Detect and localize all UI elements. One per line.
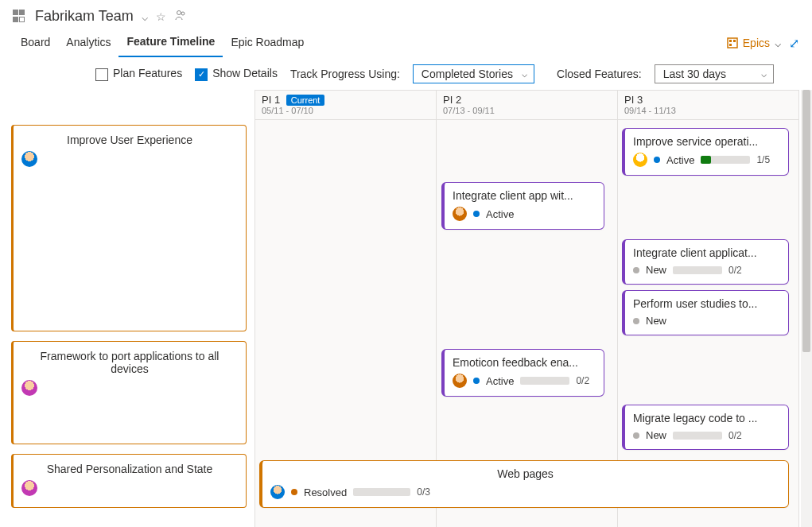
card-state: Active (666, 154, 694, 166)
card-title: Integrate client applicat... (633, 246, 780, 259)
checkbox-checked-icon: ✓ (195, 68, 208, 81)
feature-card[interactable]: Web pages Resolved 0/3 (259, 460, 789, 508)
card-state: New (646, 429, 666, 441)
epic-title: Shared Personalization and State (21, 463, 238, 475)
tab-feature-timeline[interactable]: Feature Timeline (118, 29, 223, 57)
status-dot-icon (633, 318, 639, 324)
people-icon[interactable] (174, 9, 187, 24)
plan-features-checkbox[interactable]: Plan Features (95, 67, 182, 80)
feature-card[interactable]: Integrate client app wit... Active (441, 182, 604, 230)
star-icon[interactable]: ☆ (156, 10, 166, 23)
card-state: New (646, 264, 666, 276)
progress-bar (520, 377, 569, 385)
feature-card[interactable]: Integrate client applicat... New 0/2 (622, 239, 789, 285)
card-state: Active (486, 375, 514, 387)
current-badge: Current (286, 95, 325, 106)
scrollbar-thumb[interactable] (802, 90, 810, 352)
epics-dropdown[interactable]: Epics ⌵ (727, 37, 781, 49)
progress-bar (353, 488, 410, 496)
card-state: New (646, 315, 666, 327)
team-icon (13, 10, 27, 24)
card-state: Resolved (304, 486, 347, 498)
progress-text: 0/2 (728, 430, 742, 441)
scrollbar-track[interactable] (801, 90, 812, 527)
feature-card[interactable]: Improve service operati... Active 1/5 (622, 128, 789, 176)
svg-rect-3 (729, 40, 732, 42)
page-header: Fabrikam Team ⌵ ☆ (0, 0, 812, 29)
progress-text: 0/2 (728, 265, 742, 276)
closed-features-label: Closed Features: (557, 68, 642, 80)
track-progress-select[interactable]: Completed Stories (413, 64, 534, 83)
card-title: Improve service operati... (633, 135, 780, 148)
status-dot-icon (633, 267, 639, 273)
status-dot-icon (473, 211, 480, 217)
feature-card[interactable]: Emoticon feedback ena... Active 0/2 (441, 349, 604, 397)
epic-title: Framework to port applications to all de… (21, 350, 238, 375)
svg-point-0 (177, 11, 181, 15)
tab-epic-roadmap[interactable]: Epic Roadmap (223, 29, 312, 56)
avatar (270, 485, 285, 499)
chevron-down-icon: ⌵ (775, 37, 781, 49)
svg-point-1 (181, 12, 185, 15)
column-header: PI 2 07/13 - 09/11 (437, 90, 618, 120)
card-title: Integrate client app wit... (453, 189, 596, 202)
column-headers: PI 1 Current 05/11 - 07/10 PI 2 07/13 - … (254, 90, 799, 120)
svg-rect-2 (728, 38, 737, 48)
epic-card[interactable]: Shared Personalization and State (11, 454, 247, 508)
checkbox-icon (95, 68, 108, 81)
column-header: PI 3 09/14 - 11/13 (618, 90, 799, 120)
tab-analytics[interactable]: Analytics (58, 29, 118, 56)
avatar (453, 207, 467, 221)
avatar (21, 151, 37, 167)
avatar (21, 480, 37, 496)
tabs-bar: Board Analytics Feature Timeline Epic Ro… (0, 29, 812, 56)
show-details-checkbox[interactable]: ✓Show Details (195, 67, 278, 80)
track-progress-label: Track Progress Using: (290, 68, 400, 80)
avatar (453, 374, 467, 388)
feature-card[interactable]: Perform user studies to... New (622, 290, 789, 335)
status-dot-icon (654, 157, 660, 163)
tab-board[interactable]: Board (13, 29, 58, 56)
card-title: Migrate legacy code to ... (633, 412, 780, 424)
progress-bar (701, 156, 750, 164)
card-title: Emoticon feedback ena... (453, 356, 596, 369)
progress-text: 0/3 (417, 486, 430, 498)
card-title: Web pages (270, 467, 780, 480)
timeline: PI 1 Current 05/11 - 07/10 PI 2 07/13 - … (0, 90, 812, 527)
column-header: PI 1 Current 05/11 - 07/10 (254, 90, 437, 120)
status-dot-icon (633, 432, 639, 439)
epics-label: Epics (743, 37, 770, 49)
team-name[interactable]: Fabrikam Team (35, 8, 134, 25)
progress-text: 0/2 (576, 375, 589, 386)
avatar (633, 153, 647, 167)
fullscreen-icon[interactable]: ⤢ (789, 36, 799, 51)
card-state: Active (486, 208, 514, 220)
progress-bar (673, 266, 722, 274)
epic-icon (727, 37, 738, 48)
chevron-down-icon[interactable]: ⌵ (142, 10, 148, 23)
epic-card[interactable]: Framework to port applications to all de… (11, 341, 247, 444)
epic-title: Improve User Experience (21, 134, 238, 146)
toolbar: Plan Features ✓Show Details Track Progre… (0, 56, 812, 90)
progress-bar (673, 432, 722, 440)
svg-rect-4 (733, 40, 736, 42)
progress-text: 1/5 (756, 154, 770, 165)
card-title: Perform user studies to... (633, 297, 780, 310)
status-dot-icon (473, 378, 480, 384)
svg-rect-5 (729, 44, 732, 46)
feature-card[interactable]: Migrate legacy code to ... New 0/2 (622, 405, 789, 450)
epic-card[interactable]: Improve User Experience (11, 125, 247, 331)
avatar (21, 380, 37, 396)
closed-features-select[interactable]: Last 30 days (655, 64, 774, 83)
status-dot-icon (291, 489, 297, 495)
